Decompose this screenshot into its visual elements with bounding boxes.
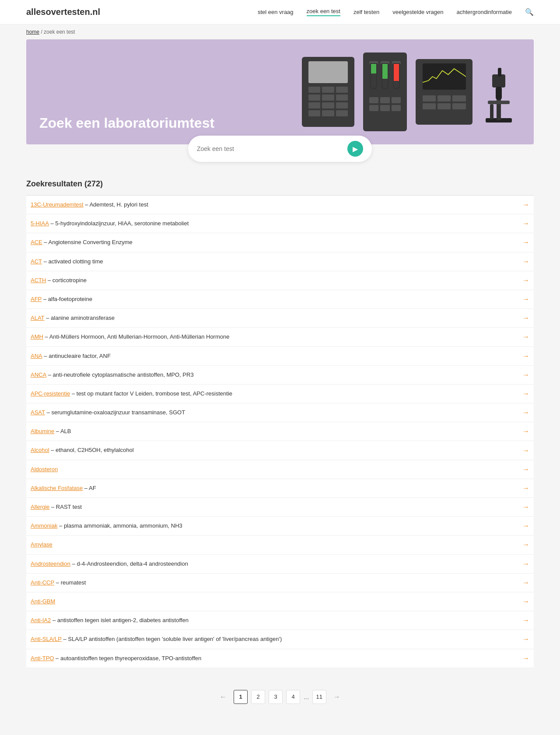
item-text: Alcohol – ethanol, C2H5OH, ethylalcohol	[31, 446, 518, 454]
list-item[interactable]: ACT – activated clotting time →	[26, 252, 534, 271]
item-link[interactable]: Anti-IA2	[31, 617, 51, 623]
tube-green-2	[382, 63, 388, 89]
list-item[interactable]: Anti-SLA/LP – SLA/LP antistoffen (antist…	[26, 630, 534, 649]
pagination-page-3[interactable]: 3	[269, 690, 283, 704]
nav-veelgestelde-vragen[interactable]: veelgestelde vragen	[392, 9, 443, 15]
list-item[interactable]: AMH – Anti-Müllers Hormoon, Anti Mulleri…	[26, 328, 534, 346]
list-item[interactable]: AFP – alfa-foetoproteine →	[26, 290, 534, 309]
item-text: Ammoniak – plasma ammoniak, ammonia, amm…	[31, 522, 518, 530]
item-link[interactable]: ACT	[31, 258, 42, 265]
list-item[interactable]: Aldosteron →	[26, 460, 534, 479]
list-item[interactable]: Amylase →	[26, 536, 534, 554]
header: allesovertesten.nl stel een vraag zoek e…	[0, 0, 560, 24]
machine-screen	[308, 61, 348, 83]
arrow-icon: →	[522, 295, 529, 303]
item-link[interactable]: Allergie	[31, 504, 49, 510]
arrow-icon: →	[522, 616, 529, 624]
machine-graph	[416, 59, 472, 125]
list-item[interactable]: ACE – Angiotensine Converting Enzyme →	[26, 233, 534, 252]
breadcrumb-home[interactable]: home	[26, 29, 39, 35]
list-item[interactable]: Albumine – ALB →	[26, 422, 534, 441]
item-text: ACE – Angiotensine Converting Enzyme	[31, 238, 518, 246]
item-description: – reumatest	[56, 579, 86, 586]
machine-calculator	[302, 57, 354, 127]
nav-stel-een-vraag[interactable]: stel een vraag	[258, 9, 294, 15]
search-container: ▶	[26, 136, 534, 162]
list-item[interactable]: ASAT – serumglutamine-oxaloazijnzuur tra…	[26, 403, 534, 422]
pagination-prev[interactable]: ←	[216, 690, 230, 704]
list-item[interactable]: ANCA – anti-neutrofiele cytoplasmatische…	[26, 366, 534, 385]
list-item[interactable]: ACTH – corticotropine →	[26, 271, 534, 290]
nav-zoek-een-test[interactable]: zoek een test	[307, 8, 340, 16]
pagination-next[interactable]: →	[330, 690, 344, 704]
item-text: ANA – antinucleaire factor, ANF	[31, 352, 518, 360]
item-link[interactable]: ANCA	[31, 371, 46, 378]
item-link[interactable]: AFP	[31, 296, 42, 302]
nav-achtergrondinformatie[interactable]: achtergrondinformatie	[457, 9, 512, 15]
arrow-icon: →	[522, 220, 529, 228]
list-item[interactable]: ALAT – alanine aminotransferase →	[26, 309, 534, 328]
machine-buttons	[308, 87, 348, 116]
arrow-icon: →	[522, 201, 529, 209]
pagination-page-2[interactable]: 2	[251, 690, 265, 704]
item-description: – activated clotting time	[44, 258, 103, 265]
item-text: ALAT – alanine aminotransferase	[31, 314, 518, 322]
item-text: APC-resistentie – test op mutant factor …	[31, 390, 518, 398]
nav-zelf-testen[interactable]: zelf testen	[354, 9, 379, 15]
arrow-icon: →	[522, 560, 529, 568]
search-input[interactable]	[197, 145, 347, 152]
arrow-icon: →	[522, 635, 529, 643]
arrow-icon: →	[522, 238, 529, 246]
item-link[interactable]: ACTH	[31, 277, 46, 284]
list-item[interactable]: Alcohol – ethanol, C2H5OH, ethylalcohol …	[26, 441, 534, 460]
item-link[interactable]: Anti-GBM	[31, 598, 55, 605]
item-link[interactable]: ACE	[31, 239, 42, 245]
item-link[interactable]: 13C-Ureumademtest	[31, 201, 84, 208]
list-item[interactable]: Allergie – RAST test →	[26, 498, 534, 517]
arrow-icon: →	[522, 447, 529, 455]
pagination-page-11[interactable]: 11	[312, 690, 326, 704]
item-link[interactable]: Alcohol	[31, 447, 49, 453]
item-text: Anti-CCP – reumatest	[31, 579, 518, 587]
search-icon[interactable]: 🔍	[525, 8, 534, 16]
item-description: – d-4-Androsteendion, delta-4 androsteen…	[72, 560, 188, 567]
arrow-icon: →	[522, 314, 529, 322]
item-link[interactable]: Albumine	[31, 428, 54, 434]
item-link[interactable]: AMH	[31, 333, 43, 340]
list-item[interactable]: Anti-IA2 – antistoffen tegen islet antig…	[26, 611, 534, 630]
list-item[interactable]: 5-HIAA – 5-hydroxyindolazijnzuur, HIAA, …	[26, 214, 534, 233]
list-item[interactable]: Ammoniak – plasma ammoniak, ammonia, amm…	[26, 517, 534, 536]
list-item[interactable]: Androsteendion – d-4-Androsteendion, del…	[26, 555, 534, 574]
list-item[interactable]: APC-resistentie – test op mutant factor …	[26, 385, 534, 403]
item-link[interactable]: Amylase	[31, 541, 52, 548]
item-link[interactable]: Anti-SLA/LP	[31, 636, 62, 642]
item-text: Anti-SLA/LP – SLA/LP antistoffen (antist…	[31, 635, 518, 643]
search-button[interactable]: ▶	[347, 141, 363, 157]
list-item[interactable]: Anti-TPO – autoantistoffen tegen thyreop…	[26, 649, 534, 668]
pagination-page-4[interactable]: 4	[286, 690, 300, 704]
item-link[interactable]: Aldosteron	[31, 466, 58, 472]
item-link[interactable]: Androsteendion	[31, 560, 70, 567]
arrow-icon: →	[522, 503, 529, 511]
item-link[interactable]: Ammoniak	[31, 522, 57, 529]
pagination-page-1[interactable]: 1	[234, 690, 248, 704]
item-link[interactable]: Anti-CCP	[31, 579, 54, 586]
list-item[interactable]: 13C-Ureumademtest – Ademtest, H. pylori …	[26, 196, 534, 214]
list-item[interactable]: Anti-GBM →	[26, 592, 534, 611]
list-item[interactable]: ANA – antinucleaire factor, ANF →	[26, 347, 534, 366]
item-link[interactable]: ASAT	[31, 409, 45, 416]
item-description: – anti-neutrofiele cytoplasmatische anti…	[48, 371, 194, 378]
item-link[interactable]: 5-HIAA	[31, 220, 49, 227]
list-item[interactable]: Anti-CCP – reumatest →	[26, 574, 534, 592]
list-item[interactable]: Alkalische Fosfatase – AF →	[26, 479, 534, 498]
main-nav: stel een vraag zoek een test zelf testen…	[258, 8, 534, 16]
item-text: ACTH – corticotropine	[31, 276, 518, 284]
item-description: – Ademtest, H. pylori test	[85, 201, 148, 208]
item-description: – ALB	[56, 428, 71, 434]
item-link[interactable]: Anti-TPO	[31, 655, 54, 662]
item-text: AMH – Anti-Müllers Hormoon, Anti Mulleri…	[31, 333, 518, 341]
item-link[interactable]: APC-resistentie	[31, 390, 70, 397]
item-link[interactable]: ANA	[31, 353, 42, 359]
item-link[interactable]: ALAT	[31, 315, 45, 321]
item-link[interactable]: Alkalische Fosfatase	[31, 485, 83, 491]
